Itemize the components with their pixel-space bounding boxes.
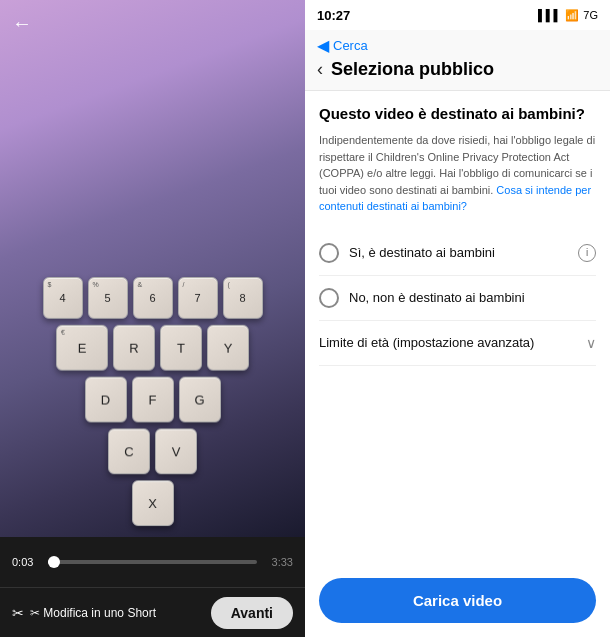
status-icons: ▌▌▌ 📶 7G [538, 9, 598, 22]
keyboard-image: $4 %5 &6 /7 (8 €E R T Y D F G [0, 0, 305, 537]
expand-label: Limite di età (impostazione avanzata) [319, 335, 534, 350]
video-back-button[interactable]: ← [12, 12, 32, 35]
key-7: /7 [178, 277, 218, 319]
key-d: D [85, 377, 127, 423]
bottom-bar: ✂ ✂ Modifica in uno Short Avanti [0, 587, 305, 637]
right-panel: 10:27 ▌▌▌ 📶 7G ◀ Cerca ‹ Seleziona pubbl… [305, 0, 610, 637]
signal-icon: ▌▌▌ [538, 9, 561, 21]
chevron-down-icon: ∨ [586, 335, 596, 351]
key-v: V [155, 428, 197, 474]
avanti-button[interactable]: Avanti [211, 597, 293, 629]
question-title: Questo video è destinato ai bambini? [319, 105, 596, 122]
key-y: Y [207, 325, 249, 371]
upload-button[interactable]: Carica video [319, 578, 596, 623]
cerca-label[interactable]: Cerca [333, 38, 368, 53]
key-f: F [132, 377, 174, 423]
timeline-area: 0:03 3:33 [0, 537, 305, 587]
wifi-icon: 📶 [565, 9, 579, 22]
key-x: X [132, 480, 174, 526]
left-panel: ← $4 %5 &6 /7 (8 €E R T Y D [0, 0, 305, 637]
key-8: (8 [223, 277, 263, 319]
cerca-row: ◀ Cerca [317, 36, 598, 55]
video-area: ← $4 %5 &6 /7 (8 €E R T Y D [0, 0, 305, 537]
key-g: G [179, 377, 221, 423]
header-title-row: ‹ Seleziona pubblico [317, 59, 598, 80]
battery-label: 7G [583, 9, 598, 21]
key-e: €E [56, 325, 108, 371]
radio-yes [319, 243, 339, 263]
age-limit-option[interactable]: Limite di età (impostazione avanzata) ∨ [319, 321, 596, 366]
upload-area: Carica video [305, 568, 610, 637]
status-bar: 10:27 ▌▌▌ 📶 7G [305, 0, 610, 30]
key-c: C [108, 428, 150, 474]
scissors-icon: ✂ [12, 605, 24, 621]
question-description: Indipendentemente da dove risiedi, hai l… [319, 132, 596, 215]
progress-bar[interactable] [48, 560, 257, 564]
key-t: T [160, 325, 202, 371]
panel-header: ◀ Cerca ‹ Seleziona pubblico [305, 30, 610, 91]
option-yes-label: Sì, è destinato ai bambini [349, 245, 568, 260]
key-6: &6 [133, 277, 173, 319]
option-no[interactable]: No, non è destinato ai bambini [319, 276, 596, 321]
short-button-label: ✂ Modifica in uno Short [30, 606, 156, 620]
key-5: %5 [88, 277, 128, 319]
info-icon[interactable]: i [578, 244, 596, 262]
key-r: R [113, 325, 155, 371]
time-start: 0:03 [12, 556, 40, 568]
progress-dot [48, 556, 60, 568]
status-time: 10:27 [317, 8, 350, 23]
header-back-button[interactable]: ‹ [317, 59, 323, 80]
option-yes[interactable]: Sì, è destinato ai bambini i [319, 231, 596, 276]
time-end: 3:33 [265, 556, 293, 568]
key-4: $4 [43, 277, 83, 319]
short-button[interactable]: ✂ ✂ Modifica in uno Short [12, 605, 156, 621]
page-title: Seleziona pubblico [331, 59, 494, 80]
cerca-back-icon[interactable]: ◀ [317, 36, 329, 55]
radio-no [319, 288, 339, 308]
content-area: Questo video è destinato ai bambini? Ind… [305, 91, 610, 568]
option-no-label: No, non è destinato ai bambini [349, 290, 596, 305]
